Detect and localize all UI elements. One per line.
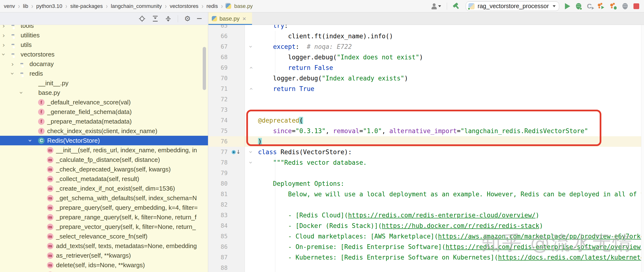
code-text[interactable]: client.ft(index_name).info() — [257, 31, 644, 41]
expand-all-icon[interactable] — [152, 15, 158, 22]
fold-marker-icon[interactable]: › — [248, 45, 254, 48]
code-text[interactable]: Deployment Options: — [257, 178, 644, 189]
tree-item[interactable]: ›docarray — [0, 59, 208, 69]
tree-item[interactable]: m_select_relevance_score_fn(self) — [0, 232, 208, 241]
code-editor[interactable]: 65 try:66 client.ft(index_name).info()67… — [208, 25, 644, 272]
tree-item[interactable]: m_create_index_if_not_exist(self, dim=15… — [0, 184, 208, 193]
code-text[interactable]: logger.debug("Index already exists") — [257, 73, 644, 84]
tree-item[interactable]: m_check_deprecated_kwargs(self, kwargs) — [0, 165, 208, 174]
breadcrumb-item[interactable]: vectorstores — [170, 3, 198, 9]
fold-marker-icon[interactable]: › — [248, 161, 254, 164]
breadcrumb-item[interactable]: lib — [23, 3, 28, 9]
profiler-run-button[interactable] — [598, 3, 604, 9]
tree-item-selected[interactable]: ›CRedis(VectorStore) — [0, 136, 208, 145]
chevron-collapsed-icon[interactable]: › — [2, 25, 5, 29]
breadcrumb-item[interactable]: site-packages — [70, 3, 103, 9]
tree-item[interactable]: f_default_relevance_score(val) — [0, 97, 208, 107]
tree-item[interactable]: ›base.py — [0, 88, 208, 97]
tree-scrollbar-thumb[interactable] — [203, 47, 206, 90]
code-text[interactable]: class Redis(VectorStore): — [257, 147, 644, 157]
tree-item[interactable]: mdelete(self, ids=None, **kwargs) — [0, 260, 208, 270]
breadcrumb-item[interactable]: python3.10 — [36, 3, 62, 9]
code-text[interactable]: return True — [257, 84, 644, 94]
user-menu-button[interactable] — [431, 3, 441, 9]
code-line[interactable]: 81 Below, we will use a local deployment… — [208, 189, 644, 200]
breadcrumb-item[interactable]: redis — [206, 3, 218, 9]
code-line[interactable]: 77↓›class Redis(VectorStore): — [208, 147, 644, 157]
code-line[interactable]: 86 - On-premise: [Redis Enterprise Softw… — [208, 242, 644, 252]
code-line[interactable]: 72 — [208, 94, 644, 105]
tree-item[interactable]: m — [0, 270, 208, 272]
tree-item[interactable]: m__init__(self, redis_url, index_name, e… — [0, 145, 208, 155]
settings-gear-icon[interactable]: ⚙ — [184, 15, 191, 22]
chevron-expanded-icon[interactable]: › — [9, 72, 16, 75]
chevron-expanded-icon[interactable]: › — [27, 139, 34, 142]
run-config-selector[interactable]: rag_vectorstore_processor — [466, 1, 559, 11]
breadcrumb-item[interactable]: venv — [4, 3, 15, 9]
tree-item[interactable]: ›utils — [0, 40, 208, 49]
tree-item[interactable]: f_prepare_metadata(metadata) — [0, 117, 208, 126]
hide-toolwindow-icon[interactable] — [197, 18, 202, 19]
code-line[interactable]: 70 logger.debug("Index already exists") — [208, 73, 644, 84]
code-text[interactable]: return False — [257, 62, 644, 73]
attach-debugger-button[interactable] — [622, 3, 628, 9]
run-with-coverage-button[interactable]: C — [587, 3, 592, 9]
tree-item[interactable]: m_prepare_range_query(self, k, filter=No… — [0, 212, 208, 222]
tree-item[interactable]: fcheck_index_exists(client, index_name) — [0, 126, 208, 136]
code-text[interactable] — [257, 200, 644, 210]
debug-button[interactable] — [576, 3, 581, 9]
collapse-all-icon[interactable] — [165, 15, 172, 22]
code-line[interactable]: 71› return True — [208, 84, 644, 94]
code-text[interactable]: - [Redis Cloud](https://redis.com/redis-… — [257, 210, 644, 221]
tree-item[interactable]: ›redis — [0, 69, 208, 78]
code-line[interactable]: 73 — [208, 105, 644, 115]
code-line[interactable]: 78› """Redis vector database. — [208, 157, 644, 168]
code-line[interactable]: 74@deprecated( — [208, 115, 644, 126]
tree-item[interactable]: m_collect_metadata(self, result) — [0, 174, 208, 184]
chevron-collapsed-icon[interactable]: › — [2, 32, 5, 38]
stop-button[interactable] — [634, 3, 639, 9]
tree-item[interactable]: m_calculate_fp_distance(self, distance) — [0, 155, 208, 165]
code-line[interactable]: 79 — [208, 168, 644, 178]
code-line[interactable]: 83 - [Redis Cloud](https://redis.com/red… — [208, 210, 644, 221]
code-text[interactable] — [257, 263, 644, 272]
code-text[interactable]: @deprecated( — [257, 115, 644, 126]
tree-item[interactable]: madd_texts(self, texts, metadatas=None, … — [0, 241, 208, 251]
chevron-expanded-icon[interactable]: › — [0, 53, 7, 56]
code-text[interactable]: since="0.3.13", removal="1.0", alternati… — [257, 126, 644, 136]
code-line[interactable]: 85 - Cloud marketplaces: [AWS Marketplac… — [208, 231, 644, 242]
code-text[interactable]: try: — [257, 25, 644, 31]
tree-item[interactable]: m_prepare_query(self, query_embedding, k… — [0, 203, 208, 212]
breadcrumb-file[interactable]: base.py — [234, 3, 253, 9]
code-line[interactable]: 84 - [Docker (Redis Stack)](https://hub.… — [208, 221, 644, 231]
code-line[interactable]: 88 — [208, 263, 644, 272]
run-button[interactable] — [565, 3, 570, 9]
code-text[interactable]: - [Docker (Redis Stack)](https://hub.doc… — [257, 221, 644, 231]
close-tab-icon[interactable]: × — [242, 15, 246, 22]
code-text[interactable] — [257, 168, 644, 178]
code-text[interactable]: - Cloud marketplaces: [AWS Marketplace](… — [257, 231, 644, 242]
code-line[interactable]: 76) — [208, 136, 644, 147]
chevron-expanded-icon[interactable]: › — [18, 91, 25, 94]
code-line[interactable]: 66 client.ft(index_name).info() — [208, 31, 644, 41]
chevron-collapsed-icon[interactable]: › — [2, 42, 5, 48]
overridden-marker-icon[interactable] — [232, 150, 236, 154]
code-text[interactable]: ) — [257, 136, 644, 147]
code-line[interactable]: 75 since="0.3.13", removal="1.0", altern… — [208, 126, 644, 136]
tree-item[interactable]: m_prepare_vector_query(self, k, filter=N… — [0, 222, 208, 232]
tree-item[interactable]: f_generate_field_schema(data) — [0, 107, 208, 117]
code-text[interactable]: """Redis vector database. — [257, 157, 644, 168]
tree-item[interactable]: ›utilities — [0, 30, 208, 40]
code-text[interactable]: - On-premise: [Redis Enterprise Software… — [257, 242, 644, 252]
tree-item[interactable]: mas_retriever(self, **kwargs) — [0, 251, 208, 260]
tree-item[interactable]: __init__.py — [0, 78, 208, 88]
code-text[interactable]: Below, we will use a local deployment as… — [257, 189, 644, 200]
editor-scrollbar-track[interactable] — [641, 25, 644, 272]
code-line[interactable]: 69› return False — [208, 62, 644, 73]
profiler-debug-button[interactable] — [610, 3, 617, 9]
tab-base-py[interactable]: base.py × — [208, 12, 252, 25]
fold-marker-icon[interactable]: › — [248, 151, 254, 153]
fold-marker-icon[interactable]: › — [248, 66, 254, 69]
code-text[interactable]: except: # noqa: E722 — [257, 41, 644, 52]
tree-item[interactable]: ›vectorstores — [0, 49, 208, 59]
